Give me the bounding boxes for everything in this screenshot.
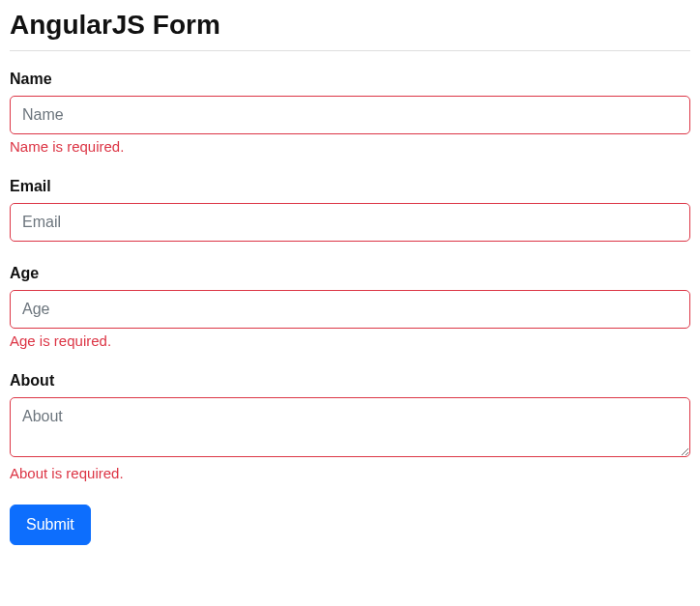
form-group-about: About About is required. [10,372,690,481]
name-input[interactable] [10,96,690,134]
form-group-name: Name Name is required. [10,71,690,155]
form-group-email: Email [10,178,690,242]
name-label: Name [10,71,690,88]
about-error: About is required. [10,465,690,481]
age-error: Age is required. [10,332,690,349]
divider [10,50,690,51]
age-label: Age [10,265,690,282]
about-input[interactable] [10,397,690,457]
age-input[interactable] [10,290,690,329]
email-input[interactable] [10,203,690,242]
name-error: Name is required. [10,138,690,155]
form: Name Name is required. Email Age Age is … [10,71,690,545]
submit-button[interactable]: Submit [10,505,91,545]
about-label: About [10,372,690,390]
email-label: Email [10,178,690,195]
page-title: AngularJS Form [10,10,690,41]
form-group-age: Age Age is required. [10,265,690,349]
